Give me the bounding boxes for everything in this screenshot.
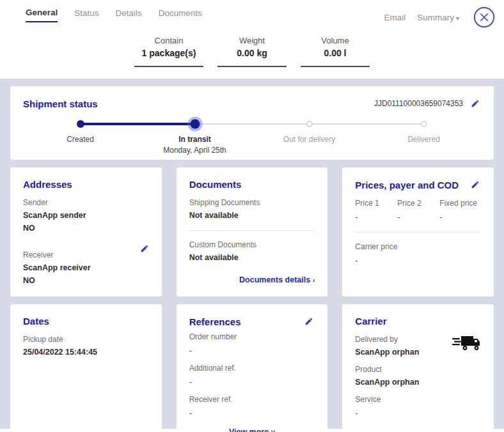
receiver-ref-label: Receiver ref. xyxy=(189,395,315,404)
pencil-icon xyxy=(471,100,480,110)
stat-label: Volume xyxy=(301,36,370,45)
stat-label: Contain xyxy=(134,36,203,45)
documents-title: Documents xyxy=(189,179,315,190)
fixed-price-value: - xyxy=(439,213,477,222)
edit-tracking-button[interactable] xyxy=(469,98,481,109)
stat-value: 1 package(s) xyxy=(134,48,203,58)
addresses-card: Addresses Sender ScanApp sender NO Recei… xyxy=(10,167,162,297)
cards-grid: Addresses Sender ScanApp sender NO Recei… xyxy=(10,167,494,432)
delivery-truck-icon xyxy=(452,334,481,355)
prices-title: Prices, payer and COD xyxy=(355,180,459,190)
top-bar: General Status Details Documents Email S… xyxy=(0,0,504,28)
progress-dot-delivered xyxy=(421,121,427,127)
shipping-documents-label: Shipping Documents xyxy=(189,198,315,207)
delivered-by-label: Delivered by xyxy=(355,335,419,344)
dates-card: Dates Pickup date 25/04/2022 15:44:45 xyxy=(10,304,162,432)
tab-documents[interactable]: Documents xyxy=(159,6,202,22)
progress-dot-in-transit xyxy=(190,120,200,129)
step-delivered: Delivered xyxy=(366,135,481,155)
shipment-status-title: Shipment status xyxy=(23,98,98,109)
divider xyxy=(355,232,481,233)
stat-contain: Contain 1 package(s) xyxy=(134,36,203,67)
top-actions: Email Summary▾ xyxy=(384,6,498,28)
price1-value: - xyxy=(355,213,391,222)
tab-status[interactable]: Status xyxy=(74,6,98,22)
stat-value: 0.00 l xyxy=(301,48,370,58)
price1-column: Price 1 - xyxy=(355,190,391,222)
stat-label: Weight xyxy=(217,36,287,45)
custom-documents-label: Custom Documents xyxy=(189,240,315,249)
step-label: Delivered xyxy=(366,135,481,144)
step-label: In transit xyxy=(138,135,252,144)
order-number-value: - xyxy=(189,346,315,355)
addresses-title: Addresses xyxy=(23,179,149,190)
stat-value: 0.00 kg xyxy=(217,48,287,58)
shipment-status-card: Shipment status JJD011100003659074353 Cr… xyxy=(10,86,494,160)
edit-references-button[interactable] xyxy=(303,316,315,327)
carrier-card: Carrier Delivered by ScanApp orphan xyxy=(342,304,494,432)
additional-ref-label: Additional ref. xyxy=(189,364,315,373)
divider xyxy=(189,230,315,231)
shipment-progress-bar xyxy=(23,118,481,130)
shipping-documents-value: Not available xyxy=(189,211,315,220)
view-more-link[interactable]: View more ˅ xyxy=(229,428,275,432)
pencil-icon xyxy=(140,245,149,255)
references-title: References xyxy=(189,316,241,327)
carrier-title: Carrier xyxy=(355,316,481,327)
product-value: ScanApp orphan xyxy=(355,378,481,387)
close-icon xyxy=(473,20,495,30)
tab-general[interactable]: General xyxy=(26,6,58,22)
additional-ref-value: - xyxy=(189,378,315,387)
fixed-price-label: Fixed price xyxy=(439,199,477,208)
caret-down-icon: ▾ xyxy=(456,15,459,22)
summary-dropdown[interactable]: Summary▾ xyxy=(417,13,459,22)
sender-name: ScanApp sender xyxy=(23,211,149,220)
carrier-price-label: Carrier price xyxy=(355,242,481,251)
price2-column: Price 2 - xyxy=(397,190,433,222)
step-label: Created xyxy=(23,135,138,144)
delivered-by-value: ScanApp orphan xyxy=(355,348,419,357)
price2-label: Price 2 xyxy=(397,199,433,208)
chevron-down-icon: ˅ xyxy=(271,428,275,432)
receiver-name: ScanApp receiver xyxy=(23,263,149,272)
stat-volume: Volume 0.00 l xyxy=(301,36,370,67)
receiver-label: Receiver xyxy=(23,251,149,259)
summary-dropdown-label: Summary xyxy=(417,13,454,22)
custom-documents-value: Not available xyxy=(189,253,315,262)
order-number-label: Order number xyxy=(189,332,315,341)
email-button[interactable]: Email xyxy=(384,13,406,22)
carrier-price-value: - xyxy=(355,256,481,265)
price2-value: - xyxy=(397,213,433,222)
references-card: References Order number - Additional ref… xyxy=(177,304,328,432)
tab-bar: General Status Details Documents xyxy=(26,6,202,22)
documents-details-link[interactable]: Documents details › xyxy=(239,275,315,284)
step-created: Created xyxy=(23,135,138,155)
sender-country: NO xyxy=(23,224,149,233)
main-content: Shipment status JJD011100003659074353 Cr… xyxy=(0,79,504,429)
progress-dot-out-for-delivery xyxy=(306,121,313,127)
prices-card: Prices, payer and COD Price 1 - Price 2 … xyxy=(342,167,494,297)
summary-stats: Contain 1 package(s) Weight 0.00 kg Volu… xyxy=(0,28,504,79)
product-label: Product xyxy=(355,365,481,374)
sender-label: Sender xyxy=(23,198,149,207)
step-in-transit: In transit Monday, April 25th xyxy=(138,135,252,155)
price1-label: Price 1 xyxy=(355,199,391,208)
fixed-price-column: Fixed price - xyxy=(439,190,477,222)
dates-title: Dates xyxy=(23,316,149,327)
service-value: - xyxy=(355,409,481,418)
close-button[interactable] xyxy=(473,6,495,28)
service-label: Service xyxy=(355,395,481,404)
chevron-right-icon: › xyxy=(313,276,315,284)
pickup-date-label: Pickup date xyxy=(23,335,149,344)
pencil-icon xyxy=(471,181,480,191)
documents-card: Documents Shipping Documents Not availab… xyxy=(177,167,328,297)
receiver-country: NO xyxy=(23,276,149,285)
tab-details[interactable]: Details xyxy=(116,6,142,22)
edit-prices-button[interactable] xyxy=(469,179,481,190)
step-label: Out for delivery xyxy=(252,135,366,144)
stat-weight: Weight 0.00 kg xyxy=(217,36,287,67)
receiver-ref-value: - xyxy=(189,409,315,418)
edit-addresses-button[interactable] xyxy=(139,243,150,254)
progress-dot-created xyxy=(77,120,84,128)
tracking-number: JJD011100003659074353 xyxy=(374,99,463,108)
